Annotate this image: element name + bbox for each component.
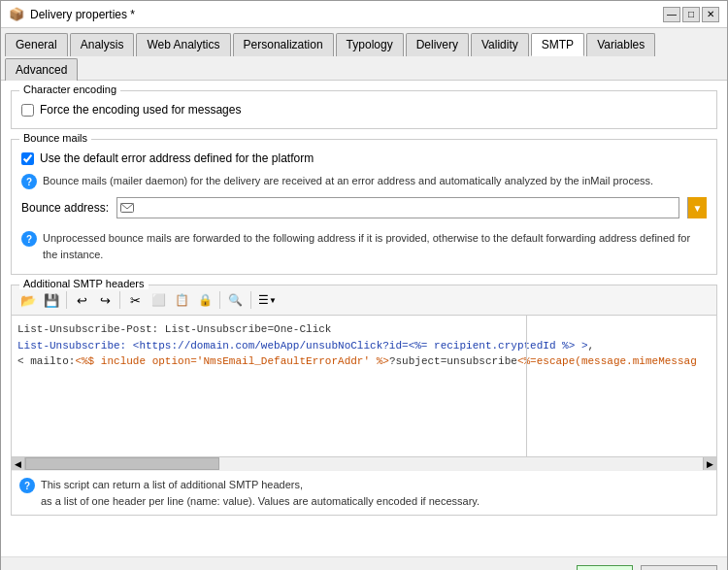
smtp-toolbar: 📂 💾 ↩ ↪ ✂ ⬜: [12, 285, 716, 316]
ok-button[interactable]: Ok: [577, 565, 632, 570]
code-line-3: < mailto:<%$ include option='NmsEmail_De…: [17, 353, 711, 370]
bounce-mails-label: Bounce mails: [19, 132, 91, 144]
scroll-left-btn[interactable]: ◀: [12, 457, 25, 470]
minimize-button[interactable]: —: [663, 7, 680, 22]
menu-arrow-icon: ▼: [269, 296, 277, 305]
bounce-address-info-icon: ?: [21, 231, 37, 247]
code-line-1: List-Unsubscribe-Post: List-Unsubscribe=…: [17, 321, 711, 338]
tab-validity[interactable]: Validity: [471, 33, 529, 56]
bounce-address-input[interactable]: [137, 202, 678, 214]
bounce-address-info-text: Unprocessed bounce mails are forwarded t…: [43, 230, 707, 262]
save-icon: 💾: [44, 293, 59, 308]
tab-typology[interactable]: Typology: [336, 33, 404, 56]
toolbar-sep-2: [119, 291, 120, 309]
bounce-mails-section: Bounce mails Use the default error addre…: [11, 139, 717, 275]
find-btn[interactable]: 🔍: [224, 289, 247, 311]
cut-btn[interactable]: ✂: [124, 289, 146, 311]
smtp-footer-info-text: This script can return a list of additio…: [41, 477, 480, 509]
scrollbar-row: ◀ ▶: [12, 456, 716, 470]
encoding-checkbox-row: Force the encoding used for messages: [21, 99, 707, 120]
tab-personalization[interactable]: Personalization: [233, 33, 334, 56]
tab-advanced[interactable]: Advanced: [5, 58, 78, 81]
title-bar-left: 📦 Delivery properties *: [9, 7, 135, 21]
delivery-properties-window: 📦 Delivery properties * — □ ✕ General An…: [0, 0, 728, 570]
email-icon: [117, 198, 137, 218]
window-title: Delivery properties *: [30, 8, 135, 21]
scroll-thumb[interactable]: [25, 457, 219, 470]
title-bar: 📦 Delivery properties * — □ ✕: [1, 1, 727, 28]
force-encoding-label: Force the encoding used for messages: [40, 103, 241, 117]
lock-btn[interactable]: 🔒: [194, 289, 215, 311]
bounce-info-row: ? Bounce mails (mailer daemon) for the d…: [21, 169, 707, 193]
menu-dropdown-btn[interactable]: ☰ ▼: [255, 289, 280, 311]
smtp-headers-label: Additional SMTP headers: [19, 278, 149, 289]
main-content: Character encoding Force the encoding us…: [1, 81, 727, 556]
smtp-headers-section: Additional SMTP headers 📂 💾 ↩ ↪ ✂: [11, 285, 717, 516]
smtp-code-area[interactable]: List-Unsubscribe-Post: List-Unsubscribe=…: [12, 316, 716, 456]
lock-icon: 🔒: [198, 293, 213, 307]
save-btn[interactable]: 💾: [41, 289, 62, 311]
code-vertical-divider: [526, 316, 527, 456]
footer-buttons: Ok Cancel: [1, 556, 727, 570]
scroll-track[interactable]: [25, 457, 703, 470]
menu-icon: ☰: [258, 293, 269, 307]
bounce-default-label: Use the default error address defined fo…: [40, 151, 314, 165]
paste-btn[interactable]: 📋: [171, 289, 192, 311]
bounce-info-icon: ?: [21, 174, 37, 189]
close-button[interactable]: ✕: [702, 7, 719, 22]
tab-general[interactable]: General: [5, 33, 68, 56]
binoculars-icon: 🔍: [228, 293, 243, 307]
dropdown-arrow-icon: ▼: [693, 203, 703, 214]
smtp-footer-info-row: ? This script can return a list of addit…: [12, 470, 716, 515]
redo-btn[interactable]: ↪: [94, 289, 116, 311]
copy-btn[interactable]: ⬜: [148, 289, 169, 311]
character-encoding-section: Character encoding Force the encoding us…: [11, 90, 717, 129]
character-encoding-label: Character encoding: [19, 84, 120, 95]
cut-icon: ✂: [130, 293, 141, 308]
smtp-code-wrapper: List-Unsubscribe-Post: List-Unsubscribe=…: [12, 316, 716, 470]
toolbar-sep-4: [250, 291, 251, 309]
open-file-icon: 📂: [20, 293, 36, 308]
tab-analysis[interactable]: Analysis: [70, 33, 135, 56]
bounce-address-container: [116, 197, 679, 218]
bounce-checkbox-row: Use the default error address defined fo…: [21, 148, 707, 169]
bounce-info-text: Bounce mails (mailer daemon) for the del…: [43, 173, 653, 189]
maximize-button[interactable]: □: [682, 7, 700, 22]
undo-icon: ↩: [77, 293, 87, 308]
bounce-address-info-row: ? Unprocessed bounce mails are forwarded…: [21, 226, 707, 266]
window-icon: 📦: [9, 7, 24, 21]
title-controls: — □ ✕: [663, 7, 719, 22]
undo-btn[interactable]: ↩: [71, 289, 92, 311]
bounce-address-label: Bounce address:: [21, 201, 109, 215]
paste-icon: 📋: [175, 293, 189, 307]
tab-delivery[interactable]: Delivery: [406, 33, 469, 56]
copy-icon: ⬜: [151, 293, 166, 307]
toolbar-sep-1: [66, 291, 67, 309]
bounce-address-row: Bounce address: ▼: [21, 193, 707, 222]
scroll-right-btn[interactable]: ▶: [703, 457, 716, 470]
tab-web-analytics[interactable]: Web Analytics: [136, 33, 230, 56]
cancel-button[interactable]: Cancel: [641, 565, 717, 570]
redo-icon: ↪: [100, 293, 111, 308]
code-line-2: List-Unsubscribe: <https://domain.com/we…: [17, 338, 711, 354]
toolbar-sep-3: [219, 291, 220, 309]
tabs-bar: General Analysis Web Analytics Personali…: [1, 28, 727, 81]
bounce-dropdown-button[interactable]: ▼: [687, 197, 707, 218]
tab-variables[interactable]: Variables: [586, 33, 655, 56]
bounce-default-checkbox[interactable]: [21, 152, 34, 165]
tab-smtp[interactable]: SMTP: [531, 33, 584, 56]
open-file-btn[interactable]: 📂: [17, 289, 39, 311]
smtp-info-icon: ?: [19, 478, 35, 493]
force-encoding-checkbox[interactable]: [21, 104, 34, 117]
